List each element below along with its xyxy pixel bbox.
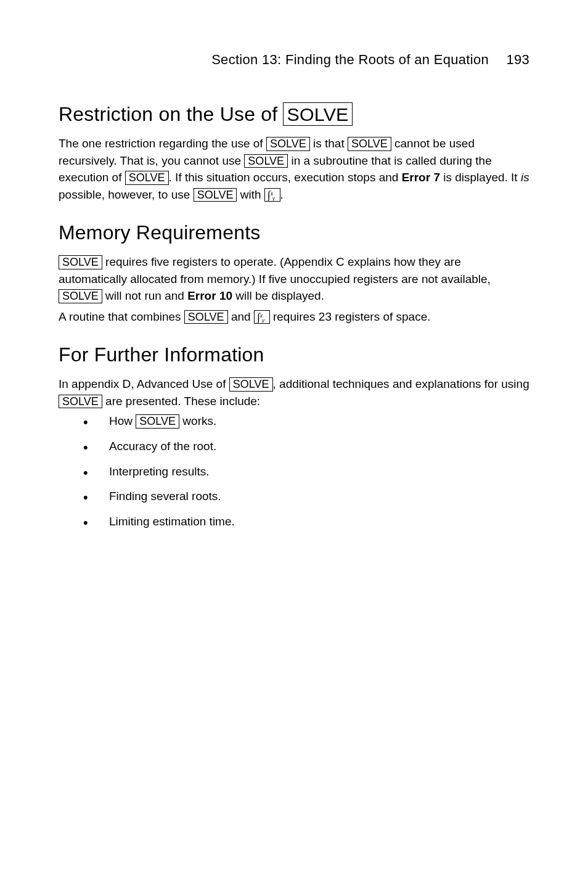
text: are presented. These include: [102,395,260,408]
key-integrate: ∫xy [254,310,270,324]
memory-paragraph-1: SOLVE requires five registers to operate… [59,253,529,305]
error-code: Error 7 [402,171,440,184]
text: with [237,188,264,201]
memory-paragraph-2: A routine that combines SOLVE and ∫xy re… [59,308,529,326]
list-item: Finding several roots. [83,488,529,505]
key-solve: SOLVE [125,171,169,185]
key-solve: SOLVE [194,188,237,202]
text: works. [179,414,216,427]
page-number: 193 [506,49,529,70]
list-item: Accuracy of the root. [83,438,529,455]
key-solve: SOLVE [244,154,288,168]
key-solve: SOLVE [136,414,179,429]
text: A routine that combines [59,310,184,323]
key-solve: SOLVE [229,377,273,392]
restriction-paragraph: The one restriction regarding the use of… [59,135,529,203]
text: , additional techniques and explanations… [273,377,529,390]
key-solve: SOLVE [59,395,102,409]
heading-restriction: Restriction on the Use of SOLVE [59,99,529,129]
text: will be displayed. [232,289,324,302]
list-item: How SOLVE works. [83,413,529,430]
key-solve: SOLVE [59,255,102,269]
text: is displayed. It [440,171,521,184]
text: possible, however, to use [59,188,194,201]
text: . If this situation occurs, execution st… [169,171,402,184]
text: requires 23 registers of space. [270,310,431,323]
text: In appendix D, Advanced Use of [59,377,229,390]
further-bullet-list: How SOLVE works. Accuracy of the root. I… [59,413,529,530]
heading-memory: Memory Requirements [59,218,529,247]
text: requires five registers to operate. (App… [59,255,491,285]
text: is that [310,137,348,150]
error-code: Error 10 [187,289,232,302]
key-solve: SOLVE [266,137,310,151]
section-title: Section 13: Finding the Roots of an Equa… [211,52,489,67]
heading-restriction-pre: Restriction on the Use of [59,103,283,125]
key-solve: SOLVE [184,310,228,324]
list-item: Limiting estimation time. [83,514,529,530]
key-solve: SOLVE [283,102,352,126]
key-solve: SOLVE [348,137,391,151]
text: How [109,414,136,427]
key-solve: SOLVE [59,289,102,303]
text: . [280,188,284,201]
text: The one restriction regarding the use of [59,137,266,150]
text: will not run and [102,289,187,302]
emphasis: is [521,171,529,184]
list-item: Interpreting results. [83,464,529,480]
text: and [228,310,254,323]
heading-further: For Further Information [59,340,529,369]
key-integrate: ∫xy [264,188,280,202]
further-paragraph: In appendix D, Advanced Use of SOLVE, ad… [59,376,529,409]
